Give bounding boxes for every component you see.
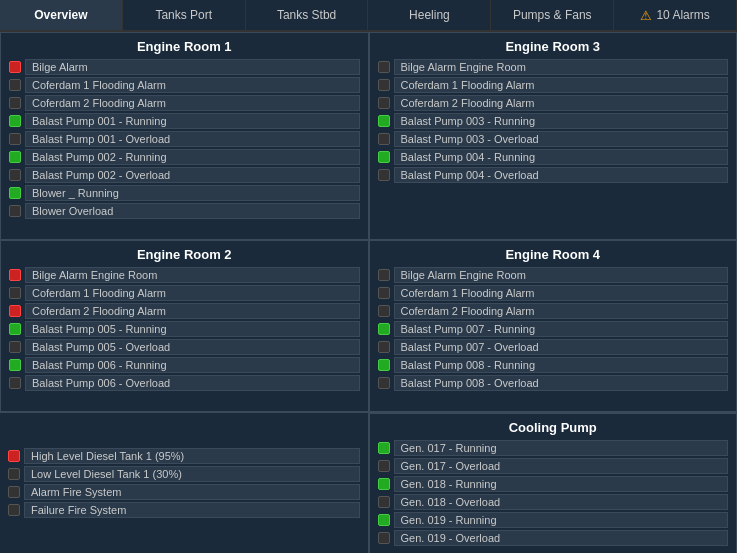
engine-room-2-panel: Engine Room 2 Bilge Alarm Engine Room Co… — [0, 240, 369, 412]
tab-alarms[interactable]: ⚠10 Alarms — [614, 0, 737, 30]
list-item: Gen. 019 - Running — [378, 512, 729, 528]
status-indicator — [8, 504, 20, 516]
list-item: Balast Pump 004 - Running — [378, 149, 729, 165]
status-label: Gen. 017 - Overload — [394, 458, 729, 474]
cooling-pump-panel: Cooling Pump Gen. 017 - Running Gen. 017… — [369, 413, 738, 553]
cooling-pump-title: Cooling Pump — [378, 420, 729, 435]
list-item: Blower Overload — [9, 203, 360, 219]
status-indicator — [8, 450, 20, 462]
status-label: Balast Pump 007 - Running — [394, 321, 729, 337]
status-indicator — [9, 205, 21, 217]
status-label: Balast Pump 001 - Overload — [25, 131, 360, 147]
status-label: Coferdam 2 Flooding Alarm — [394, 303, 729, 319]
list-item: Gen. 019 - Overload — [378, 530, 729, 546]
status-indicator — [378, 341, 390, 353]
list-item: Balast Pump 005 - Running — [9, 321, 360, 337]
list-item: Blower _ Running — [9, 185, 360, 201]
tab-tanks-stbd[interactable]: Tanks Stbd — [246, 0, 369, 30]
status-indicator — [9, 79, 21, 91]
list-item: Gen. 017 - Overload — [378, 458, 729, 474]
list-item: Bilge Alarm Engine Room — [378, 267, 729, 283]
status-indicator — [378, 287, 390, 299]
list-item: Balast Pump 008 - Overload — [378, 375, 729, 391]
status-indicator — [378, 169, 390, 181]
engine-room-3-title: Engine Room 3 — [378, 39, 729, 54]
list-item: Low Level Diesel Tank 1 (30%) — [8, 466, 360, 482]
tab-pumps-fans[interactable]: Pumps & Fans — [491, 0, 614, 30]
list-item: Balast Pump 001 - Running — [9, 113, 360, 129]
status-label: Balast Pump 002 - Running — [25, 149, 360, 165]
list-item: Balast Pump 007 - Running — [378, 321, 729, 337]
status-label: Bilge Alarm Engine Room — [394, 59, 729, 75]
status-indicator — [9, 169, 21, 181]
engine-room-4-title: Engine Room 4 — [378, 247, 729, 262]
tab-overview[interactable]: Overview — [0, 0, 123, 30]
status-label: Balast Pump 001 - Running — [25, 113, 360, 129]
engine-room-3-panel: Engine Room 3 Bilge Alarm Engine Room Co… — [369, 32, 738, 240]
list-item: Gen. 018 - Overload — [378, 494, 729, 510]
status-label: Balast Pump 003 - Running — [394, 113, 729, 129]
engine-room-1-panel: Engine Room 1 Bilge Alarm Coferdam 1 Flo… — [0, 32, 369, 240]
status-indicator — [9, 377, 21, 389]
status-indicator — [378, 514, 390, 526]
list-item: Alarm Fire System — [8, 484, 360, 500]
engine-room-2-title: Engine Room 2 — [9, 247, 360, 262]
tab-tanks-port[interactable]: Tanks Port — [123, 0, 246, 30]
list-item: Balast Pump 004 - Overload — [378, 167, 729, 183]
list-item: Balast Pump 006 - Running — [9, 357, 360, 373]
status-label: Balast Pump 008 - Overload — [394, 375, 729, 391]
status-indicator — [378, 496, 390, 508]
status-label: Blower _ Running — [25, 185, 360, 201]
status-label: Balast Pump 005 - Overload — [25, 339, 360, 355]
status-indicator — [378, 97, 390, 109]
status-label: Balast Pump 006 - Running — [25, 357, 360, 373]
status-label: Balast Pump 006 - Overload — [25, 375, 360, 391]
status-indicator — [378, 532, 390, 544]
status-label: Gen. 017 - Running — [394, 440, 729, 456]
list-item: Balast Pump 008 - Running — [378, 357, 729, 373]
status-label: Balast Pump 004 - Overload — [394, 167, 729, 183]
status-label: Bilge Alarm — [25, 59, 360, 75]
status-label: Balast Pump 002 - Overload — [25, 167, 360, 183]
list-item: Coferdam 1 Flooding Alarm — [9, 77, 360, 93]
list-item: Coferdam 2 Flooding Alarm — [378, 303, 729, 319]
list-item: Balast Pump 007 - Overload — [378, 339, 729, 355]
status-label: Coferdam 1 Flooding Alarm — [25, 77, 360, 93]
status-indicator — [378, 377, 390, 389]
status-indicator — [9, 151, 21, 163]
status-indicator — [8, 468, 20, 480]
list-item: Gen. 018 - Running — [378, 476, 729, 492]
status-label: Balast Pump 003 - Overload — [394, 131, 729, 147]
bottom-left-panel: High Level Diesel Tank 1 (95%) Low Level… — [0, 413, 369, 553]
list-item: Bilge Alarm Engine Room — [9, 267, 360, 283]
list-item: Failure Fire System — [8, 502, 360, 518]
status-label: Coferdam 2 Flooding Alarm — [25, 303, 360, 319]
status-indicator — [9, 323, 21, 335]
status-label: Gen. 019 - Running — [394, 512, 729, 528]
alarm-icon: ⚠ — [640, 8, 652, 23]
list-item: Gen. 017 - Running — [378, 440, 729, 456]
list-item: Balast Pump 003 - Running — [378, 113, 729, 129]
status-indicator — [9, 133, 21, 145]
list-item: Balast Pump 002 - Running — [9, 149, 360, 165]
status-label: Balast Pump 005 - Running — [25, 321, 360, 337]
status-label: Coferdam 2 Flooding Alarm — [394, 95, 729, 111]
list-item: Coferdam 2 Flooding Alarm — [9, 303, 360, 319]
status-label: Failure Fire System — [24, 502, 360, 518]
list-item: Coferdam 1 Flooding Alarm — [9, 285, 360, 301]
status-indicator — [378, 79, 390, 91]
status-label: Coferdam 1 Flooding Alarm — [25, 285, 360, 301]
list-item: Coferdam 2 Flooding Alarm — [378, 95, 729, 111]
status-label: Gen. 018 - Overload — [394, 494, 729, 510]
list-item: Balast Pump 001 - Overload — [9, 131, 360, 147]
status-indicator — [8, 486, 20, 498]
status-indicator — [378, 442, 390, 454]
list-item: Balast Pump 002 - Overload — [9, 167, 360, 183]
list-item: Balast Pump 006 - Overload — [9, 375, 360, 391]
status-indicator — [9, 287, 21, 299]
status-label: Balast Pump 007 - Overload — [394, 339, 729, 355]
status-label: Blower Overload — [25, 203, 360, 219]
tab-heeling[interactable]: Heeling — [368, 0, 491, 30]
status-indicator — [378, 115, 390, 127]
status-label: Balast Pump 004 - Running — [394, 149, 729, 165]
